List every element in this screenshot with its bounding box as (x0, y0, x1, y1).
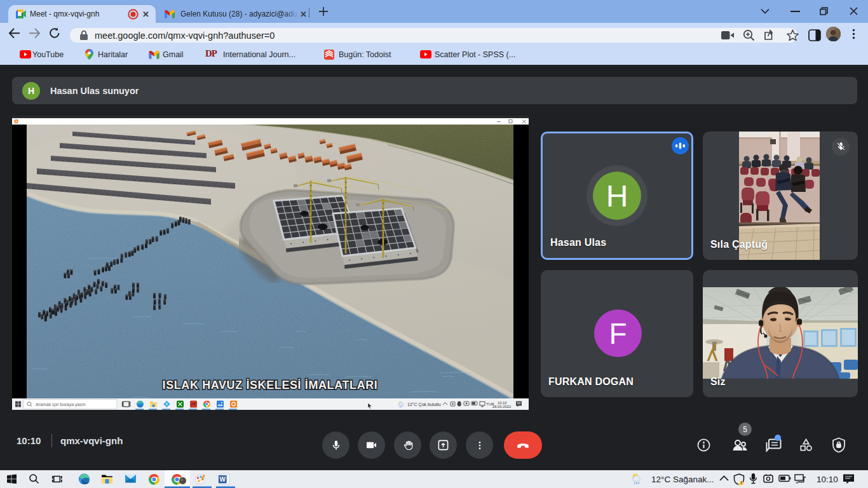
svg-text:12°C Çok bulutlu: 12°C Çok bulutlu (407, 402, 441, 407)
svg-text:W: W (219, 476, 226, 483)
svg-text:10:10: 10:10 (817, 475, 838, 484)
svg-text:10:10: 10:10 (498, 401, 507, 405)
svg-text:Aramak için buraya yazın: Aramak için buraya yazın (36, 402, 86, 407)
svg-text:12°C Sağanak...: 12°C Sağanak... (651, 475, 714, 484)
svg-text:ISLAK HAVUZ İSKELESİ İMALATLAR: ISLAK HAVUZ İSKELESİ İMALATLARI (163, 379, 378, 391)
svg-text:28.03.2022: 28.03.2022 (492, 405, 511, 409)
